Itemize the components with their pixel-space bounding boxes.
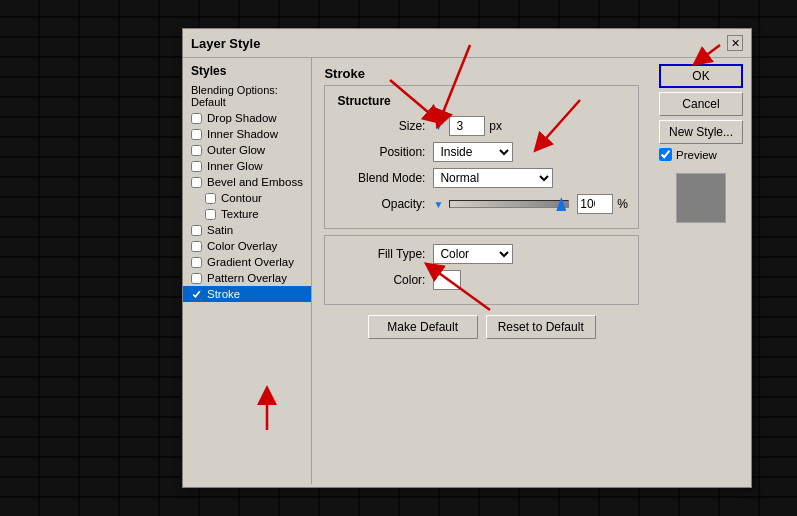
inner-glow-checkbox[interactable] xyxy=(191,161,202,172)
styles-panel: Styles Blending Options: Default Drop Sh… xyxy=(183,58,312,484)
drop-shadow-label: Drop Shadow xyxy=(207,112,277,124)
opacity-slider-track[interactable] xyxy=(449,200,569,208)
sidebar-item-stroke[interactable]: Stroke xyxy=(183,286,311,302)
size-input[interactable] xyxy=(449,116,485,136)
gradient-overlay-checkbox[interactable] xyxy=(191,257,202,268)
color-overlay-checkbox[interactable] xyxy=(191,241,202,252)
preview-label: Preview xyxy=(676,149,717,161)
blending-label: Blending Options: Default xyxy=(191,84,303,108)
main-content-panel: Stroke Structure Size: ▼ px Po xyxy=(312,58,651,484)
contour-label: Contour xyxy=(221,192,262,204)
texture-checkbox[interactable] xyxy=(205,209,216,220)
stroke-section-title: Stroke xyxy=(324,66,639,81)
satin-checkbox[interactable] xyxy=(191,225,202,236)
outer-glow-label: Outer Glow xyxy=(207,144,265,156)
sidebar-item-gradient-overlay[interactable]: Gradient Overlay xyxy=(183,254,311,270)
size-label: Size: xyxy=(335,119,425,133)
color-overlay-label: Color Overlay xyxy=(207,240,277,252)
pattern-overlay-label: Pattern Overlay xyxy=(207,272,287,284)
action-buttons-panel: OK Cancel New Style... Preview xyxy=(651,58,751,484)
position-select[interactable]: Inside Outside Center xyxy=(433,142,513,162)
title-bar: Layer Style ✕ xyxy=(183,29,751,58)
pattern-overlay-checkbox[interactable] xyxy=(191,273,202,284)
sidebar-item-inner-glow[interactable]: Inner Glow xyxy=(183,158,311,174)
stroke-label: Stroke xyxy=(207,288,240,300)
blend-mode-select[interactable]: Normal Dissolve Multiply Screen Overlay xyxy=(433,168,553,188)
opacity-slider-icon: ▼ xyxy=(433,199,443,210)
opacity-input[interactable] xyxy=(577,194,613,214)
size-unit: px xyxy=(489,119,502,133)
inner-shadow-label: Inner Shadow xyxy=(207,128,278,140)
sidebar-item-inner-shadow[interactable]: Inner Shadow xyxy=(183,126,311,142)
bottom-buttons: Make Default Reset to Default xyxy=(324,315,639,339)
color-row: Color: xyxy=(335,270,628,290)
inner-glow-label: Inner Glow xyxy=(207,160,263,172)
ok-button[interactable]: OK xyxy=(659,64,743,88)
texture-label: Texture xyxy=(221,208,259,220)
opacity-label: Opacity: xyxy=(335,197,425,211)
styles-header: Styles xyxy=(183,58,311,82)
sidebar-item-contour[interactable]: Contour xyxy=(183,190,311,206)
cancel-button[interactable]: Cancel xyxy=(659,92,743,116)
preview-thumbnail xyxy=(676,173,726,223)
sidebar-item-blending[interactable]: Blending Options: Default xyxy=(183,82,311,110)
sidebar-item-bevel-emboss[interactable]: Bevel and Emboss xyxy=(183,174,311,190)
new-style-button[interactable]: New Style... xyxy=(659,120,743,144)
bevel-emboss-checkbox[interactable] xyxy=(191,177,202,188)
outer-glow-checkbox[interactable] xyxy=(191,145,202,156)
color-label: Color: xyxy=(335,273,425,287)
contour-checkbox[interactable] xyxy=(205,193,216,204)
fill-type-row: Fill Type: Color Gradient Pattern xyxy=(335,244,628,264)
reset-default-button[interactable]: Reset to Default xyxy=(486,315,596,339)
size-row: Size: ▼ px xyxy=(335,116,628,136)
blend-mode-row: Blend Mode: Normal Dissolve Multiply Scr… xyxy=(335,168,628,188)
inner-shadow-checkbox[interactable] xyxy=(191,129,202,140)
preview-checkbox[interactable] xyxy=(659,148,672,161)
layer-style-dialog: Layer Style ✕ Styles Blending Options: D… xyxy=(182,28,752,488)
sidebar-item-satin[interactable]: Satin xyxy=(183,222,311,238)
color-swatch[interactable] xyxy=(433,270,461,290)
opacity-unit: % xyxy=(617,197,628,211)
stroke-checkbox[interactable] xyxy=(191,289,202,300)
gradient-overlay-label: Gradient Overlay xyxy=(207,256,294,268)
fill-type-label: Fill Type: xyxy=(335,247,425,261)
sidebar-item-pattern-overlay[interactable]: Pattern Overlay xyxy=(183,270,311,286)
fill-type-select[interactable]: Color Gradient Pattern xyxy=(433,244,513,264)
position-label: Position: xyxy=(335,145,425,159)
make-default-button[interactable]: Make Default xyxy=(368,315,478,339)
satin-label: Satin xyxy=(207,224,233,236)
size-input-group: ▼ px xyxy=(433,116,502,136)
close-button[interactable]: ✕ xyxy=(727,35,743,51)
bevel-emboss-label: Bevel and Emboss xyxy=(207,176,303,188)
styles-list: Blending Options: Default Drop Shadow In… xyxy=(183,82,311,484)
dialog-title: Layer Style xyxy=(191,36,260,51)
fill-section: Fill Type: Color Gradient Pattern Color: xyxy=(324,235,639,305)
preview-row: Preview xyxy=(659,148,743,161)
position-row: Position: Inside Outside Center xyxy=(335,142,628,162)
structure-title: Structure xyxy=(335,94,628,108)
sidebar-item-drop-shadow[interactable]: Drop Shadow xyxy=(183,110,311,126)
sidebar-item-color-overlay[interactable]: Color Overlay xyxy=(183,238,311,254)
size-slider-icon: ▼ xyxy=(433,121,443,132)
opacity-input-group: ▼ % xyxy=(433,194,628,214)
drop-shadow-checkbox[interactable] xyxy=(191,113,202,124)
sidebar-item-texture[interactable]: Texture xyxy=(183,206,311,222)
content-area: Stroke Structure Size: ▼ px Po xyxy=(324,66,639,476)
blend-mode-label: Blend Mode: xyxy=(335,171,425,185)
dialog-body: Styles Blending Options: Default Drop Sh… xyxy=(183,58,751,484)
sidebar-item-outer-glow[interactable]: Outer Glow xyxy=(183,142,311,158)
opacity-row: Opacity: ▼ % xyxy=(335,194,628,214)
structure-section: Structure Size: ▼ px Position: xyxy=(324,85,639,229)
